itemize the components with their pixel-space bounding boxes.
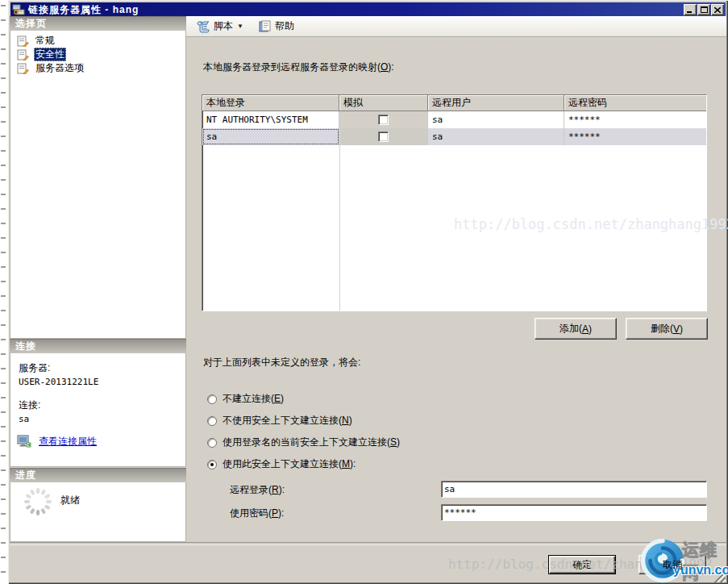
cell-local-login[interactable]: sa	[202, 128, 339, 145]
connection-value: sa	[19, 414, 185, 424]
help-book-icon	[258, 20, 272, 33]
column-header-remote-user[interactable]: 远程用户	[428, 95, 564, 111]
impersonate-checkbox[interactable]	[378, 115, 389, 125]
server-label: 服务器:	[19, 361, 185, 375]
progress-section-header: 进度	[10, 468, 186, 482]
progress-status: 就绪	[60, 494, 80, 507]
property-page-icon	[17, 35, 29, 47]
column-header-remote-password[interactable]: 远程密码	[564, 95, 706, 111]
spinner-icon	[23, 487, 52, 519]
grid-row[interactable]: sa sa ******	[202, 128, 706, 145]
cell-impersonate[interactable]	[339, 128, 428, 145]
progress-panel: 就绪	[10, 482, 186, 542]
radio-option-without-security-context[interactable]: 不使用安全上下文建立连接(N)	[207, 414, 352, 428]
maximize-button[interactable]	[697, 4, 710, 15]
cell-remote-user[interactable]: sa	[428, 128, 564, 145]
radio-control[interactable]	[207, 438, 217, 448]
title-bar[interactable]: 链接服务器属性 - hang	[10, 2, 726, 17]
script-scroll-icon	[196, 20, 210, 33]
remote-login-input[interactable]	[441, 481, 707, 498]
add-button[interactable]: 添加(A)	[535, 318, 617, 340]
sidebar-item-general[interactable]: 常规	[10, 34, 185, 48]
cell-local-login[interactable]: NT AUTHORITY\SYSTEM	[202, 111, 339, 128]
server-value: USER-20131221LE	[19, 377, 185, 387]
divider	[10, 542, 726, 545]
cancel-button-label: 取消	[663, 558, 682, 572]
close-button[interactable]	[711, 4, 724, 15]
logins-grid[interactable]: 本地登录 模拟 远程用户 远程密码 NT AUTHORITY\SYSTEM sa…	[202, 94, 707, 311]
sidebar-item-label: 常规	[34, 34, 56, 48]
chevron-down-icon: ▼	[237, 23, 243, 30]
ok-button-label: 确定	[572, 558, 592, 572]
radio-option-this-security-context[interactable]: 使用此安全上下文建立连接(M):	[207, 457, 356, 471]
connection-label: 连接:	[19, 398, 185, 412]
cell-remote-password[interactable]: ******	[564, 128, 706, 145]
password-input[interactable]	[441, 504, 707, 521]
undefined-logins-label: 对于上面列表中未定义的登录，将会:	[203, 356, 360, 369]
app-icon	[12, 4, 25, 15]
radio-control[interactable]	[207, 460, 217, 469]
radio-option-current-security-context[interactable]: 使用登录名的当前安全上下文建立连接(S)	[207, 436, 400, 449]
property-page-icon	[17, 49, 29, 60]
column-header-local-login[interactable]: 本地登录	[202, 95, 339, 111]
radio-control[interactable]	[207, 394, 217, 404]
password-label: 使用密码(P):	[230, 507, 284, 520]
script-button-label: 脚本	[214, 19, 233, 33]
help-button-label: 帮助	[275, 19, 294, 33]
column-header-impersonate[interactable]: 模拟	[339, 95, 428, 111]
remote-login-label: 远程登录(R):	[230, 483, 285, 497]
script-button[interactable]: 脚本 ▼	[193, 18, 247, 35]
monitor-plug-icon	[17, 435, 32, 448]
sidebar-item-label: 安全性	[34, 48, 66, 61]
help-button[interactable]: 帮助	[255, 18, 297, 35]
delete-button[interactable]: 删除(V)	[626, 318, 708, 340]
page-tree: 常规 安全性 服务器选项	[10, 31, 186, 339]
radio-label: 不建立连接(E)	[223, 392, 284, 406]
radio-control[interactable]	[207, 416, 217, 426]
cell-remote-user[interactable]: sa	[428, 111, 564, 128]
sidebar-item-server-options[interactable]: 服务器选项	[10, 61, 185, 75]
property-page-icon	[17, 63, 29, 74]
grid-header-row: 本地登录 模拟 远程用户 远程密码	[202, 95, 706, 111]
sidebar-item-security[interactable]: 安全性	[10, 48, 185, 61]
ruler-ticks	[1, 5, 6, 579]
grid-column-line	[339, 111, 340, 311]
radio-label: 使用登录名的当前安全上下文建立连接(S)	[223, 436, 400, 449]
impersonate-checkbox[interactable]	[378, 131, 389, 142]
view-connection-properties-link[interactable]: 查看连接属性	[39, 435, 97, 448]
connection-panel: 服务器: USER-20131221LE 连接: sa 查看连接属性	[10, 353, 186, 467]
radio-label: 不使用安全上下文建立连接(N)	[223, 414, 352, 428]
yunvn-logo: 运维网 yunvn.com	[637, 534, 728, 584]
cell-remote-password[interactable]: ******	[564, 111, 706, 128]
mapping-label: 本地服务器登录到远程服务器登录的映射(O):	[203, 60, 394, 74]
radio-option-not-be-made[interactable]: 不建立连接(E)	[207, 392, 284, 406]
select-page-header: 选择页	[10, 16, 186, 31]
screen: 链接服务器属性 - hang 选择页 常规 安全性	[0, 0, 728, 584]
window-title: 链接服务器属性 - hang	[28, 3, 139, 17]
radio-label: 使用此安全上下文建立连接(M):	[223, 457, 356, 471]
grid-row[interactable]: NT AUTHORITY\SYSTEM sa ******	[202, 111, 706, 128]
sidebar-item-label: 服务器选项	[34, 61, 85, 75]
minimize-button[interactable]	[684, 4, 697, 15]
ok-button[interactable]: 确定	[548, 555, 616, 574]
connection-section-header: 连接	[10, 339, 186, 353]
toolbar: 脚本 ▼ 帮助	[186, 16, 726, 37]
cell-impersonate[interactable]	[339, 111, 428, 128]
